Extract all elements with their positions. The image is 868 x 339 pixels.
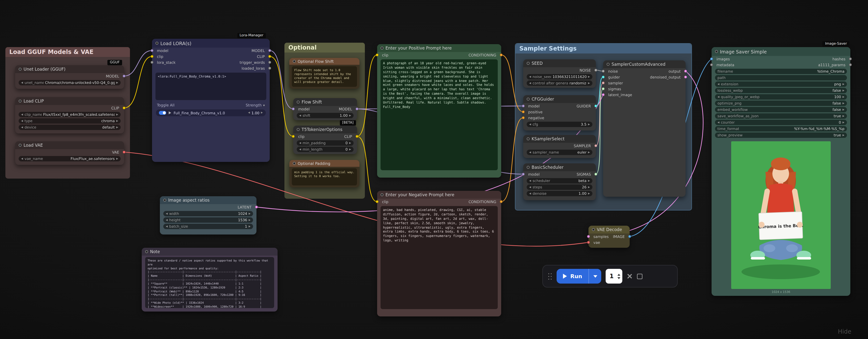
input-slot-lora-stack[interactable] <box>151 61 154 64</box>
node-basic-scheduler[interactable]: BasicScheduler model SIGMAS scheduler be… <box>523 163 596 200</box>
next-arrow-icon[interactable] <box>588 180 590 182</box>
batch-count-stepper[interactable]: 1 <box>606 269 622 283</box>
input-slot-negative[interactable] <box>522 116 525 119</box>
next-arrow-icon[interactable] <box>249 225 251 228</box>
prev-arrow-icon[interactable] <box>166 212 168 215</box>
output-slot-a1111-params[interactable] <box>849 63 852 66</box>
output-slot-trigger-words[interactable] <box>268 61 271 64</box>
input-slot-clip[interactable] <box>376 200 379 203</box>
widget-sampler-name[interactable]: sampler_name euler <box>527 150 592 155</box>
prev-arrow-icon[interactable] <box>717 121 719 124</box>
widget-counter[interactable]: counter 0 <box>715 120 847 125</box>
widget-min-length[interactable]: min_length 0 <box>297 147 353 152</box>
collapse-dot-icon[interactable] <box>163 199 166 202</box>
widget-cfg[interactable]: cfg 3.5 <box>527 122 592 127</box>
prev-arrow-icon[interactable] <box>529 123 531 126</box>
next-arrow-icon[interactable] <box>842 102 844 104</box>
input-slot-model[interactable] <box>522 173 525 176</box>
output-slot-conditioning[interactable] <box>500 200 503 203</box>
widget-optimize-png[interactable]: optimize_png false <box>715 100 847 106</box>
input-slot-sampler[interactable] <box>602 82 604 84</box>
input-slot-model[interactable] <box>292 107 295 111</box>
next-arrow-icon[interactable] <box>588 75 590 78</box>
input-slot-clip[interactable] <box>376 54 379 56</box>
widget-min-padding[interactable]: min_padding 0 <box>297 140 353 146</box>
collapse-dot-icon[interactable] <box>293 162 296 165</box>
widget-quality[interactable]: quality_jpeg_or_webp 100 <box>715 94 847 100</box>
collapse-dot-icon[interactable] <box>155 42 158 44</box>
input-slot-sigmas[interactable] <box>602 87 604 90</box>
output-slot-noise[interactable] <box>594 69 597 72</box>
node-flow-shift[interactable]: [BETA] Flow Shift model MODEL shift 1.00 <box>293 98 357 120</box>
input-slot-vae[interactable] <box>587 241 590 244</box>
output-slot-latent[interactable] <box>255 206 258 209</box>
prev-arrow-icon[interactable] <box>717 96 719 98</box>
input-slot-clip[interactable] <box>151 55 154 58</box>
output-slot-clip[interactable] <box>123 106 126 110</box>
widget-device[interactable]: device default <box>19 125 121 130</box>
input-slot-model[interactable] <box>151 49 154 52</box>
prev-arrow-icon[interactable] <box>529 186 531 188</box>
node-header[interactable]: Enter your Negative Prompt here <box>377 191 501 199</box>
node-t5-tokenizer-options[interactable]: T5TokenizerOptions clip CLIP min_padding… <box>293 126 357 154</box>
output-slot-vae[interactable] <box>123 151 126 154</box>
collapse-dot-icon[interactable] <box>715 50 718 53</box>
collapse-dot-icon[interactable] <box>380 47 383 50</box>
next-arrow-icon[interactable] <box>588 186 590 188</box>
play-icon[interactable] <box>169 111 171 114</box>
prev-arrow-icon[interactable] <box>299 114 301 117</box>
next-arrow-icon[interactable] <box>116 157 118 160</box>
node-ksampler-select[interactable]: KSamplerSelect SAMPLER sampler_name eule… <box>523 135 596 158</box>
next-arrow-icon[interactable] <box>588 151 590 154</box>
next-arrow-icon[interactable] <box>588 82 590 84</box>
node-header[interactable]: Image Saver Simple <box>712 47 850 56</box>
toggle-all-label[interactable]: Toggle All <box>157 103 175 107</box>
next-arrow-icon[interactable] <box>588 123 590 126</box>
next-arrow-icon[interactable] <box>249 219 251 221</box>
lora-text-field[interactable]: <lora:Full_Fine_Body_Chroma_v1.0:1> <box>155 72 266 100</box>
stop-button[interactable] <box>637 274 643 279</box>
next-arrow-icon[interactable] <box>349 148 351 151</box>
input-slot-samples[interactable] <box>587 235 590 238</box>
run-options-dropdown[interactable] <box>588 269 601 283</box>
input-slot-metadata[interactable] <box>710 63 713 66</box>
collapse-dot-icon[interactable] <box>527 62 530 65</box>
prev-arrow-icon[interactable] <box>21 82 23 84</box>
widget-width[interactable]: width 1024 <box>163 211 253 216</box>
node-header[interactable]: CFGGuider <box>523 95 596 103</box>
node-image-aspect-ratios[interactable]: Image aspect ratios LATENT width 1024 he… <box>160 196 256 235</box>
drag-handle-icon[interactable] <box>548 273 552 280</box>
prev-arrow-icon[interactable] <box>166 225 168 228</box>
cancel-button[interactable] <box>627 273 632 279</box>
note-text[interactable]: Flow Shift node set to 1.0 represents in… <box>292 66 357 87</box>
collapse-dot-icon[interactable] <box>19 100 22 102</box>
widget-denoise[interactable]: denoise 1.00 <box>527 191 592 196</box>
positive-prompt-text[interactable]: A photograph of an 18 year old red-haire… <box>380 59 498 170</box>
input-slot-positive[interactable] <box>522 111 525 113</box>
collapse-dot-icon[interactable] <box>297 100 300 103</box>
input-slot-noise[interactable] <box>602 70 604 72</box>
run-button[interactable]: Run <box>557 269 588 283</box>
output-slot-image[interactable] <box>628 235 631 238</box>
next-arrow-icon[interactable] <box>588 192 590 195</box>
next-arrow-icon[interactable] <box>842 96 844 98</box>
node-load-lora[interactable]: Lora-Manager Load LORA(s) model MODEL cl… <box>152 39 270 162</box>
output-slot-hashes[interactable] <box>849 57 852 60</box>
collapse-dot-icon[interactable] <box>19 68 22 71</box>
next-arrow-icon[interactable] <box>842 109 844 111</box>
node-header[interactable]: SamplerCustomAdvanced <box>603 60 686 68</box>
decrement-icon[interactable] <box>617 277 620 279</box>
widget-path[interactable]: path <box>715 75 847 81</box>
output-slot-clip[interactable] <box>355 135 359 138</box>
node-header[interactable]: Optional Padding <box>289 160 360 167</box>
next-arrow-icon[interactable] <box>842 89 844 92</box>
node-optional-padding-note[interactable]: Optional Padding min padding 1 is the of… <box>289 160 360 187</box>
note-text[interactable]: These are standard / native aspect ratio… <box>145 257 274 308</box>
prev-arrow-icon[interactable] <box>717 83 719 85</box>
widget-control-after-generate[interactable]: control after generate randomize <box>527 81 592 86</box>
strength-decrease-icon[interactable] <box>248 112 250 114</box>
widget-lossless-webp[interactable]: lossless_webp false <box>715 88 847 93</box>
prev-arrow-icon[interactable] <box>299 148 301 151</box>
node-unet-loader[interactable]: GGUF Unet Loader (GGUF) MODEL unet_name … <box>15 65 124 89</box>
widget-unet-name[interactable]: unet_name Chroma/chroma-unlocked-v50-Q4_… <box>19 80 121 85</box>
